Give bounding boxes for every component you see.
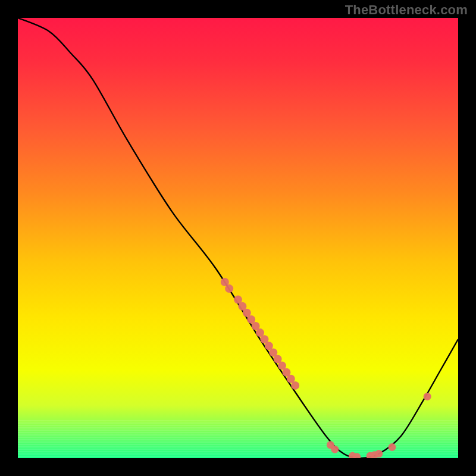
svg-point-33 [331,446,339,453]
svg-rect-7 [18,437,458,438]
svg-rect-9 [18,441,458,443]
svg-rect-2 [18,425,458,426]
svg-rect-4 [18,430,458,431]
svg-point-38 [375,450,383,458]
svg-rect-14 [18,453,458,455]
svg-point-39 [389,443,396,451]
svg-rect-13 [18,451,458,452]
chart-frame [18,18,458,458]
svg-point-31 [291,381,299,390]
svg-rect-5 [18,432,458,433]
svg-rect-6 [18,434,458,436]
svg-rect-0 [18,420,458,421]
svg-point-40 [424,393,431,400]
svg-rect-3 [18,427,458,428]
svg-rect-8 [18,439,458,440]
svg-point-17 [225,284,233,293]
chart-background [18,18,458,458]
svg-rect-15 [18,456,458,457]
svg-rect-1 [18,422,458,424]
watermark-text: TheBottleneck.com [345,2,468,18]
points-right [424,393,431,400]
chart-svg [18,18,458,458]
